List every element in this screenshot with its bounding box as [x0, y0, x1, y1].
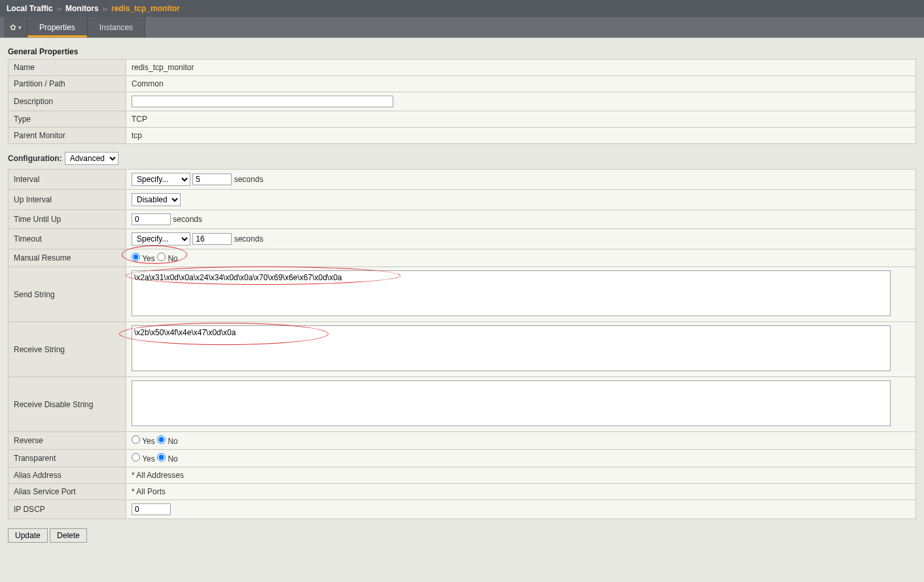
- configuration-select[interactable]: Advanced: [65, 152, 118, 165]
- breadcrumb-sep-1: ››: [57, 5, 62, 12]
- general-properties-table: Name redis_tcp_monitor Partition / Path …: [8, 59, 916, 144]
- interval-label: Interval: [9, 170, 126, 190]
- alias-service-port-label: Alias Service Port: [9, 484, 126, 500]
- description-label: Description: [9, 92, 126, 111]
- gear-menu[interactable]: ✿ ▾: [4, 17, 27, 37]
- breadcrumb-sep-2: ››: [103, 5, 107, 12]
- type-value: TCP: [126, 111, 916, 128]
- manual-resume-no-radio[interactable]: [157, 253, 166, 261]
- reverse-yes-radio[interactable]: [132, 435, 140, 444]
- breadcrumb-monitors[interactable]: Monitors: [65, 4, 99, 13]
- timeout-label: Timeout: [9, 229, 126, 249]
- chevron-down-icon: ▾: [18, 24, 22, 31]
- transparent-yes-option[interactable]: Yes: [132, 454, 155, 464]
- up-interval-label: Up Interval: [9, 190, 126, 210]
- transparent-no-radio[interactable]: [157, 453, 166, 462]
- timeout-mode-select[interactable]: Specify...: [132, 232, 190, 246]
- alias-address-value: * All Addresses: [126, 467, 916, 484]
- reverse-no-radio[interactable]: [157, 435, 166, 444]
- general-properties-heading: General Properties: [8, 47, 916, 56]
- parent-monitor-label: Parent Monitor: [9, 128, 126, 144]
- update-button[interactable]: Update: [8, 528, 48, 543]
- tab-properties-label: Properties: [39, 23, 75, 32]
- breadcrumb-bar: Local Traffic ›› Monitors ›› redis_tcp_m…: [0, 0, 924, 17]
- delete-button[interactable]: Delete: [50, 528, 87, 543]
- breadcrumb-monitor-name: redis_tcp_monitor: [111, 4, 180, 13]
- manual-resume-yes-option[interactable]: Yes: [132, 254, 155, 263]
- interval-input[interactable]: [192, 173, 232, 185]
- receive-string-label: Receive String: [9, 322, 126, 377]
- interval-unit: seconds: [234, 175, 264, 184]
- receive-disable-string-textarea[interactable]: [132, 380, 891, 426]
- up-interval-select[interactable]: Disabled: [132, 193, 181, 206]
- tab-instances-label: Instances: [99, 23, 133, 32]
- name-label: Name: [9, 60, 126, 76]
- receive-string-textarea[interactable]: [132, 325, 891, 371]
- manual-resume-yes-radio[interactable]: [132, 253, 140, 261]
- parent-monitor-value: tcp: [126, 128, 916, 144]
- transparent-label: Transparent: [9, 450, 126, 467]
- reverse-no-option[interactable]: No: [157, 437, 178, 446]
- time-until-up-label: Time Until Up: [9, 210, 126, 229]
- partition-value: Common: [126, 76, 916, 92]
- type-label: Type: [9, 111, 126, 128]
- timeout-input[interactable]: [192, 233, 232, 245]
- ip-dscp-label: IP DSCP: [9, 500, 126, 519]
- partition-label: Partition / Path: [9, 76, 126, 92]
- manual-resume-label: Manual Resume: [9, 249, 126, 267]
- timeout-unit: seconds: [234, 234, 264, 244]
- tab-bar: ✿ ▾ Properties Instances: [0, 17, 924, 38]
- tab-instances[interactable]: Instances: [88, 17, 145, 37]
- transparent-no-option[interactable]: No: [157, 454, 178, 464]
- send-string-textarea[interactable]: [132, 270, 891, 316]
- gear-icon: ✿: [10, 23, 16, 32]
- breadcrumb-local-traffic[interactable]: Local Traffic: [7, 4, 53, 13]
- configuration-label: Configuration:: [8, 154, 62, 163]
- time-until-up-unit: seconds: [173, 215, 202, 224]
- alias-address-label: Alias Address: [9, 467, 126, 484]
- ip-dscp-input[interactable]: [132, 503, 171, 515]
- reverse-yes-option[interactable]: Yes: [132, 437, 155, 446]
- reverse-label: Reverse: [9, 432, 126, 450]
- time-until-up-input[interactable]: [132, 213, 171, 225]
- tab-properties[interactable]: Properties: [27, 17, 88, 37]
- send-string-label: Send String: [9, 267, 126, 322]
- manual-resume-no-option[interactable]: No: [157, 254, 178, 263]
- interval-mode-select[interactable]: Specify...: [132, 173, 190, 186]
- name-value: redis_tcp_monitor: [126, 60, 916, 76]
- description-input[interactable]: [132, 96, 393, 107]
- configuration-table: Interval Specify... seconds Up Interval …: [8, 169, 916, 519]
- alias-service-port-value: * All Ports: [126, 484, 916, 500]
- receive-disable-string-label: Receive Disable String: [9, 377, 126, 432]
- transparent-yes-radio[interactable]: [132, 453, 140, 462]
